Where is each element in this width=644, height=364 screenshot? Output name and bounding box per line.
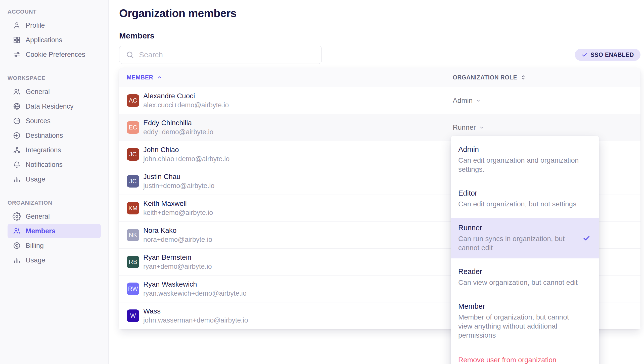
- chevron-down-icon: [476, 98, 481, 103]
- sidebar-item[interactable]: Cookie Preferences: [0, 47, 101, 62]
- sidebar-item-label: Integrations: [26, 146, 61, 154]
- selected-check-icon: [582, 234, 590, 242]
- bell-icon: [13, 160, 21, 169]
- role-dropdown-trigger[interactable]: Runner: [453, 123, 633, 131]
- destination-icon: [13, 131, 21, 140]
- member-name: Keith Maxwell: [143, 199, 213, 208]
- nodes-icon: [13, 146, 21, 154]
- sidebar-section: WORKSPACE General Data Residency Sources: [0, 75, 108, 187]
- sidebar-section: ORGANIZATION General Members Billing: [0, 200, 108, 267]
- sidebar-item-label: Sources: [26, 117, 51, 125]
- sidebar-item-label: Usage: [26, 175, 45, 183]
- chevron-down-icon: [479, 125, 484, 130]
- members-section-heading: Members: [119, 31, 155, 40]
- member-name: Alexandre Cuoci: [143, 92, 229, 100]
- member-name: Ryan Bernstein: [143, 253, 212, 262]
- column-header-organization-role[interactable]: ORGANIZATION ROLE: [453, 74, 633, 81]
- avatar: KM: [127, 202, 139, 214]
- sidebar-item-label: Usage: [26, 256, 45, 264]
- search-input[interactable]: [139, 51, 315, 59]
- sidebar-item[interactable]: Usage: [0, 172, 101, 187]
- remove-user-action[interactable]: Remove user from organization: [451, 349, 599, 364]
- member-name: Wass: [143, 307, 248, 315]
- sidebar-item-label: Applications: [26, 36, 62, 44]
- member-email: justin+demo@airbyte.io: [143, 182, 214, 190]
- table-header: MEMBER ORGANIZATION ROLE: [119, 68, 640, 87]
- role-menu-option[interactable]: Editor Can edit organization, but not se…: [451, 183, 599, 215]
- member-name: John Chiao: [143, 146, 229, 154]
- bars-icon: [13, 175, 21, 184]
- page-title: Organization members: [119, 7, 237, 20]
- role-menu-option[interactable]: Admin Can edit organization and organiza…: [451, 139, 599, 180]
- member-name: Eddy Chinchilla: [143, 119, 213, 127]
- sidebar-item[interactable]: Integrations: [0, 143, 101, 157]
- check-icon: [581, 52, 587, 58]
- member-cell: AC Alexandre Cuoci alex.cuoci+demo@airby…: [127, 92, 453, 109]
- role-option-name: Runner: [458, 224, 591, 232]
- sidebar-item-label: Members: [26, 227, 56, 235]
- sidebar-item[interactable]: Profile: [0, 18, 101, 33]
- role-menu-option[interactable]: Member Member of organization, but canno…: [451, 296, 599, 346]
- role-dropdown-trigger[interactable]: Admin: [453, 97, 633, 105]
- member-name: Ryan Waskewich: [143, 280, 247, 289]
- member-name: Nora Kako: [143, 226, 212, 235]
- role-option-description: Can edit organization and organization s…: [458, 156, 579, 174]
- sidebar-item[interactable]: Usage: [0, 253, 101, 267]
- source-icon: [13, 117, 21, 125]
- avatar: RW: [127, 283, 139, 295]
- member-email: keith+demo@airbyte.io: [143, 209, 213, 217]
- role-label: Admin: [453, 97, 473, 105]
- sidebar-item[interactable]: Applications: [0, 33, 101, 47]
- role-menu: Admin Can edit organization and organiza…: [451, 136, 599, 364]
- bars-icon: [13, 256, 21, 264]
- sidebar-item[interactable]: Members: [8, 224, 101, 238]
- sidebar-item-label: Cookie Preferences: [26, 51, 85, 59]
- avatar: JC: [127, 175, 139, 188]
- globe-icon: [13, 102, 21, 111]
- sort-icon: [521, 75, 526, 80]
- coin-icon: [13, 241, 21, 250]
- users-icon: [13, 227, 21, 235]
- search-icon: [125, 50, 134, 59]
- member-search[interactable]: [119, 46, 322, 64]
- member-email: john.wasserman+demo@airbyte.io: [143, 316, 248, 325]
- avatar: NK: [127, 229, 139, 241]
- gear-icon: [13, 212, 21, 221]
- sidebar-item-label: Destinations: [26, 132, 63, 140]
- role-menu-option[interactable]: Reader Can view organization, but cannot…: [451, 261, 599, 293]
- role-option-description: Can view organization, but cannot edit: [458, 278, 579, 287]
- member-email: eddy+demo@airbyte.io: [143, 128, 213, 136]
- role-label: Runner: [453, 123, 476, 131]
- member-email: john.chiao+demo@airbyte.io: [143, 155, 229, 163]
- sidebar-section-title: ACCOUNT: [0, 9, 108, 15]
- sidebar-item[interactable]: General: [0, 84, 101, 99]
- sidebar-item-label: Notifications: [26, 161, 63, 169]
- avatar: AC: [127, 94, 139, 107]
- sidebar-item-label: Data Residency: [26, 103, 74, 110]
- sidebar-item[interactable]: General: [0, 209, 101, 224]
- sso-enabled-badge: SSO ENABLED: [575, 49, 640, 61]
- member-email: alex.cuoci+demo@airbyte.io: [143, 101, 229, 109]
- role-option-description: Can run syncs in organization, but canno…: [458, 234, 579, 252]
- avatar: JC: [127, 148, 139, 161]
- sidebar-item[interactable]: Data Residency: [0, 99, 101, 114]
- settings-sidebar: ACCOUNT Profile Applications Cookie Pref…: [0, 0, 109, 364]
- sliders-icon: [13, 50, 21, 59]
- sidebar-section: ACCOUNT Profile Applications Cookie Pref…: [0, 9, 108, 62]
- member-email: ryan.waskewich+demo@airbyte.io: [143, 289, 247, 298]
- sidebar-item[interactable]: Billing: [0, 238, 101, 253]
- member-cell: EC Eddy Chinchilla eddy+demo@airbyte.io: [127, 119, 453, 136]
- role-option-name: Reader: [458, 267, 591, 276]
- member-email: ryan+demo@airbyte.io: [143, 262, 212, 271]
- sidebar-item[interactable]: Notifications: [0, 157, 101, 172]
- avatar: EC: [127, 121, 139, 134]
- role-option-name: Admin: [458, 145, 591, 154]
- role-menu-option[interactable]: Runner Can run syncs in organization, bu…: [451, 218, 599, 258]
- sidebar-section-title: ORGANIZATION: [0, 200, 108, 206]
- role-option-name: Member: [458, 302, 591, 310]
- sidebar-item-label: Billing: [26, 242, 44, 250]
- sidebar-item[interactable]: Destinations: [0, 128, 101, 143]
- avatar: RB: [127, 256, 139, 268]
- column-header-member[interactable]: MEMBER: [127, 74, 453, 81]
- sidebar-item[interactable]: Sources: [0, 114, 101, 128]
